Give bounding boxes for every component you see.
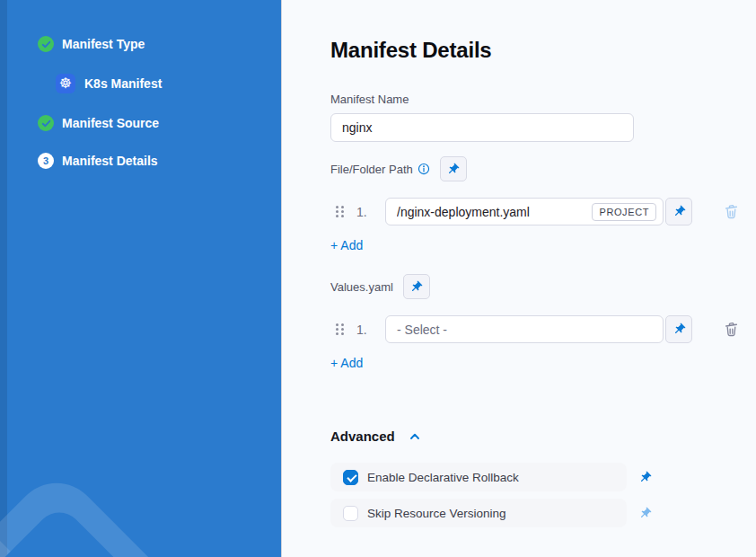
pin-runtime-input-button[interactable] bbox=[403, 274, 430, 299]
step-manifest-type[interactable]: Manifest Type bbox=[38, 36, 281, 52]
advanced-section-toggle[interactable]: Advanced bbox=[330, 429, 756, 444]
manifest-details-panel: Manifest Details Manifest Name File/Fold… bbox=[281, 0, 756, 557]
step-k8s-manifest[interactable]: ☸ K8s Manifest bbox=[56, 74, 281, 93]
row-index: 1. bbox=[356, 323, 374, 337]
delete-row-button[interactable] bbox=[723, 203, 740, 220]
values-file-select[interactable]: - Select - bbox=[385, 315, 664, 343]
page-title: Manifest Details bbox=[330, 38, 756, 63]
advanced-option-row: Skip Resource Versioning bbox=[330, 499, 756, 527]
check-circle-icon bbox=[38, 115, 54, 131]
file-folder-path-label: File/Folder Path bbox=[330, 163, 413, 176]
row-index: 1. bbox=[356, 205, 374, 219]
substep-label: K8s Manifest bbox=[84, 76, 162, 91]
values-yaml-label-row: Values.yaml bbox=[330, 274, 756, 299]
manifest-name-input[interactable] bbox=[330, 113, 634, 142]
manifest-name-label: Manifest Name bbox=[330, 93, 756, 106]
advanced-title: Advanced bbox=[330, 429, 395, 444]
pin-runtime-input-button[interactable] bbox=[638, 471, 652, 484]
advanced-option-row: Enable Declarative Rollback bbox=[330, 463, 756, 491]
pin-runtime-input-button[interactable] bbox=[665, 315, 692, 343]
chevron-up-icon[interactable] bbox=[408, 429, 422, 444]
pushpin-icon bbox=[407, 277, 426, 296]
enable-declarative-rollback-checkbox[interactable] bbox=[343, 470, 358, 485]
pushpin-icon bbox=[636, 467, 655, 486]
trash-icon bbox=[723, 203, 740, 220]
drag-handle-icon[interactable] bbox=[336, 206, 344, 217]
file-folder-path-label-row: File/Folder Path bbox=[330, 156, 756, 181]
option-label: Enable Declarative Rollback bbox=[367, 471, 519, 484]
pin-runtime-input-button[interactable] bbox=[638, 507, 652, 520]
wizard-steps: Manifest Type ☸ K8s Manifest Manifest So… bbox=[0, 0, 281, 169]
skip-resource-versioning-checkbox[interactable] bbox=[343, 506, 358, 521]
step-manifest-details[interactable]: 3 Manifest Details bbox=[38, 153, 281, 169]
pin-runtime-input-button[interactable] bbox=[440, 156, 467, 181]
delete-row-button[interactable] bbox=[723, 321, 740, 338]
add-file-path-link[interactable]: + Add bbox=[330, 238, 363, 252]
skip-resource-versioning-option[interactable]: Skip Resource Versioning bbox=[330, 499, 627, 527]
kubernetes-icon: ☸ bbox=[56, 74, 75, 93]
file-path-row: 1. PROJECT bbox=[330, 198, 756, 225]
pushpin-icon bbox=[636, 503, 655, 522]
option-label: Skip Resource Versioning bbox=[367, 507, 506, 520]
select-placeholder: - Select - bbox=[397, 323, 447, 337]
values-yaml-row: 1. - Select - bbox=[330, 315, 756, 343]
add-values-file-link[interactable]: + Add bbox=[330, 356, 363, 370]
trash-icon bbox=[723, 321, 740, 338]
pushpin-icon bbox=[669, 320, 688, 339]
pin-runtime-input-button[interactable] bbox=[665, 198, 692, 225]
scope-badge: PROJECT bbox=[592, 203, 656, 221]
wizard-sidebar: Manifest Type ☸ K8s Manifest Manifest So… bbox=[0, 0, 281, 557]
enable-declarative-rollback-option[interactable]: Enable Declarative Rollback bbox=[330, 463, 627, 491]
step-manifest-source[interactable]: Manifest Source bbox=[38, 115, 281, 131]
info-icon[interactable] bbox=[418, 163, 430, 175]
step-number-badge: 3 bbox=[38, 153, 54, 169]
drag-handle-icon[interactable] bbox=[336, 323, 344, 335]
pushpin-icon bbox=[669, 202, 688, 221]
pushpin-icon bbox=[444, 159, 462, 178]
step-label: Manifest Source bbox=[62, 116, 159, 130]
check-circle-icon bbox=[38, 36, 54, 52]
step-label: Manifest Type bbox=[62, 37, 145, 51]
values-yaml-label: Values.yaml bbox=[330, 280, 393, 294]
step-label: Manifest Details bbox=[62, 154, 158, 168]
